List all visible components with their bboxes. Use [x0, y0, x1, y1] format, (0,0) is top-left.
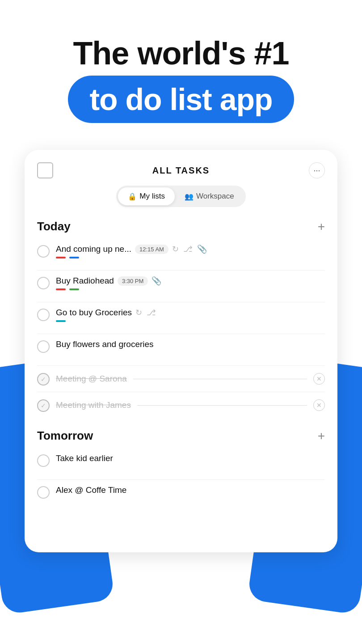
task-item[interactable]: And coming up ne... 12:15 AM ↻ ⎇ 📎: [25, 239, 337, 270]
header-checkbox[interactable]: [37, 162, 53, 178]
tomorrow-section-header: Tomorrow +: [25, 425, 337, 448]
subtask-icon-t3: ⎇: [147, 308, 156, 318]
task-circle-t5[interactable]: ✓: [37, 373, 50, 386]
task-content-t1: And coming up ne... 12:15 AM ↻ ⎇ 📎: [56, 244, 325, 258]
task-circle-t6[interactable]: ✓: [37, 399, 50, 412]
tab-container: 🔒 My lists 👥 Workspace: [116, 186, 245, 207]
tag-red-t2: [56, 288, 66, 290]
today-title: Today: [37, 220, 71, 233]
repeat-icon-t1: ↻: [172, 244, 179, 254]
check-icon-t6: ✓: [41, 402, 46, 409]
task-time-t2: 3:30 PM: [118, 276, 148, 286]
task-text-tm2: Alex @ Coffe Time: [56, 485, 126, 495]
completed-line-t6: [137, 405, 307, 406]
task-text-t6: Meeting with James: [56, 400, 131, 410]
task-time-t1: 12:15 AM: [135, 245, 168, 254]
hero-badge-text: to do list app: [89, 82, 272, 116]
task-content-tm2: Alex @ Coffe Time: [56, 485, 325, 495]
close-icon-t5: ✕: [316, 375, 322, 382]
task-item[interactable]: Buy Radiohead 3:30 PM 📎: [25, 271, 337, 302]
hero-section: The world's #1 to do list app: [0, 0, 362, 141]
app-header: ALL TASKS ···: [25, 150, 337, 186]
task-content-t3: Go to buy Groceries ↻ ⎇: [56, 308, 325, 322]
more-icon: ···: [313, 166, 320, 175]
task-top-t4: Buy flowers and groceries: [56, 339, 325, 349]
check-icon-t5: ✓: [41, 376, 46, 383]
completed-line-t5: [133, 379, 307, 379]
task-item-completed[interactable]: ✓ Meeting with James ✕: [25, 392, 337, 418]
tab-switcher: 🔒 My lists 👥 Workspace: [37, 186, 325, 207]
task-top-tm2: Alex @ Coffe Time: [56, 485, 325, 495]
task-text-t5: Meeting @ Sarona: [56, 374, 127, 384]
task-top-t3: Go to buy Groceries ↻ ⎇: [56, 308, 325, 318]
task-tags-t3: [56, 320, 325, 322]
task-tags-t1: [56, 257, 325, 258]
app-card: ALL TASKS ··· 🔒 My lists 👥 Workspace Tod…: [25, 150, 337, 552]
hero-badge: to do list app: [68, 76, 294, 123]
task-text-t2: Buy Radiohead: [56, 276, 114, 286]
task-text-t3: Go to buy Groceries: [56, 308, 132, 318]
tab-mylists[interactable]: 🔒 My lists: [118, 187, 175, 205]
app-title: ALL TASKS: [152, 165, 210, 176]
lock-icon: 🔒: [128, 192, 137, 201]
tab-workspace-label: Workspace: [196, 192, 234, 201]
task-text-t4: Buy flowers and groceries: [56, 339, 154, 349]
task-item-completed[interactable]: ✓ Meeting @ Sarona ✕: [25, 366, 337, 392]
attach-icon-t2: 📎: [152, 276, 161, 286]
today-add-button[interactable]: +: [318, 220, 325, 233]
task-top-t1: And coming up ne... 12:15 AM ↻ ⎇ 📎: [56, 244, 325, 254]
people-icon: 👥: [185, 192, 194, 201]
more-button[interactable]: ···: [309, 162, 325, 178]
task-actions-t2: 📎: [152, 276, 161, 286]
tag-cyan-t3: [56, 320, 66, 322]
tag-green-t2: [69, 288, 79, 290]
task-text-t1: And coming up ne...: [56, 244, 131, 254]
task-circle-t4[interactable]: [37, 340, 50, 353]
today-section-header: Today +: [25, 216, 337, 239]
task-content-t2: Buy Radiohead 3:30 PM 📎: [56, 276, 325, 290]
task-delete-t5[interactable]: ✕: [313, 373, 325, 385]
task-actions-t3: ↻ ⎇: [135, 308, 156, 318]
task-content-t4: Buy flowers and groceries: [56, 339, 325, 349]
repeat-icon-t3: ↻: [135, 308, 142, 318]
task-circle-t2[interactable]: [37, 277, 50, 289]
task-circle-tm1[interactable]: [37, 454, 50, 467]
subtask-icon-t1: ⎇: [183, 244, 193, 254]
task-circle-tm2[interactable]: [37, 486, 50, 499]
task-item[interactable]: Go to buy Groceries ↻ ⎇: [25, 302, 337, 334]
task-top-tm1: Take kid earlier: [56, 453, 325, 463]
attach-icon-t1: 📎: [197, 244, 207, 254]
task-tags-t2: [56, 288, 325, 290]
tomorrow-add-button[interactable]: +: [318, 430, 325, 442]
tab-mylists-label: My lists: [139, 192, 165, 201]
task-actions-t1: ↻ ⎇ 📎: [172, 244, 207, 254]
tab-workspace[interactable]: 👥 Workspace: [175, 187, 244, 205]
tag-red-t1: [56, 257, 66, 258]
task-top-t2: Buy Radiohead 3:30 PM 📎: [56, 276, 325, 286]
task-circle-t1[interactable]: [37, 245, 50, 258]
hero-line1: The world's #1: [27, 36, 335, 71]
task-item[interactable]: Buy flowers and groceries: [25, 334, 337, 365]
close-icon-t6: ✕: [316, 402, 322, 409]
tomorrow-title: Tomorrow: [37, 429, 93, 443]
tag-blue-t1: [69, 257, 79, 258]
task-circle-t3[interactable]: [37, 309, 50, 321]
page-wrapper: The world's #1 to do list app ALL TASKS …: [0, 0, 362, 644]
task-item[interactable]: Take kid earlier: [25, 448, 337, 479]
task-text-tm1: Take kid earlier: [56, 453, 113, 463]
task-item[interactable]: Alex @ Coffe Time: [25, 480, 337, 511]
task-delete-t6[interactable]: ✕: [313, 399, 325, 411]
task-content-tm1: Take kid earlier: [56, 453, 325, 463]
